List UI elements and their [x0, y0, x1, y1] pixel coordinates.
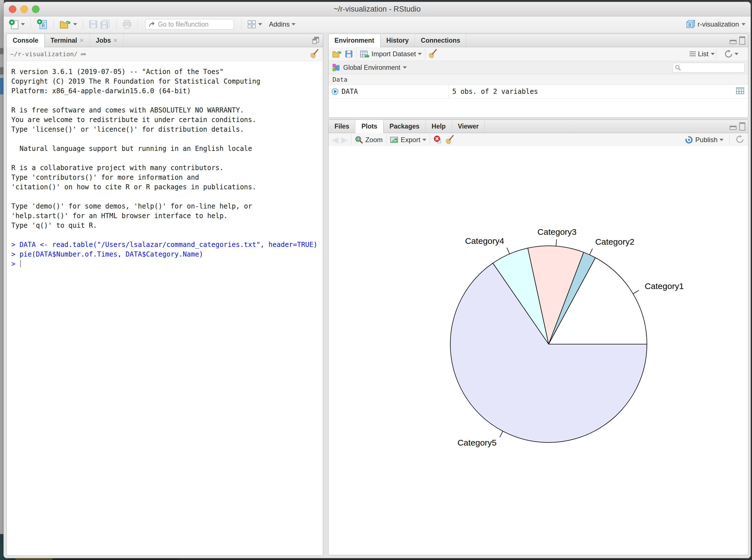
- tab-jobs-close-icon[interactable]: ×: [114, 37, 118, 44]
- environment-pane: Environment History Connections: [328, 34, 748, 118]
- pie-label-tick: [556, 239, 556, 246]
- toolbar-separator: [729, 135, 730, 145]
- scope-caret[interactable]: [403, 66, 407, 69]
- tab-files[interactable]: Files: [328, 120, 355, 133]
- refresh-icon: [724, 50, 733, 58]
- working-directory-label: ~/r-visualization/: [10, 51, 77, 58]
- export-caret[interactable]: [422, 139, 426, 141]
- pane-layout-icon: [247, 20, 256, 28]
- refresh-caret[interactable]: [734, 53, 738, 55]
- tab-history-label: History: [386, 37, 409, 44]
- tab-jobs[interactable]: Jobs ×: [90, 34, 124, 47]
- tab-environment-label: Environment: [334, 37, 374, 44]
- goto-directory-icon[interactable]: ➦: [80, 50, 86, 59]
- console-output[interactable]: R version 3.6.1 (2019-07-05) -- "Action …: [7, 60, 323, 556]
- search-icon: [675, 65, 681, 71]
- next-plot-button[interactable]: ▶: [341, 136, 348, 144]
- open-file-button[interactable]: [59, 19, 77, 29]
- environment-search-input[interactable]: [683, 64, 737, 72]
- pie-label-tick: [590, 248, 592, 255]
- scope-selector[interactable]: Global Environment: [343, 64, 407, 72]
- object-row-DATA[interactable]: DATA 5 obs. of 2 variables: [328, 85, 748, 99]
- import-dataset-button[interactable]: Import Dataset: [360, 50, 422, 58]
- addins-button[interactable]: Addins: [269, 20, 296, 28]
- tab-plots[interactable]: Plots: [355, 120, 383, 133]
- new-file-dropdown-caret[interactable]: [21, 23, 25, 25]
- print-icon: [122, 20, 132, 29]
- refresh-environment-button[interactable]: [724, 50, 738, 58]
- import-dataset-caret[interactable]: [418, 53, 422, 55]
- view-table-icon[interactable]: [736, 87, 744, 96]
- environment-search-box[interactable]: [672, 63, 745, 73]
- plots-toolbar: ◀ ▶ Zoom: [328, 133, 748, 147]
- maximize-pane-icon[interactable]: [311, 36, 320, 45]
- new-project-icon: R: [37, 19, 48, 30]
- clear-console-button[interactable]: [310, 48, 319, 59]
- svg-text:R: R: [688, 23, 692, 27]
- pane-layout-caret[interactable]: [258, 23, 262, 25]
- plot-display-area: Category1Category2Category3Category4Cate…: [328, 146, 748, 555]
- console-prompt-line[interactable]: >: [11, 259, 323, 269]
- object-name: DATA: [342, 87, 358, 96]
- tab-environment[interactable]: Environment: [328, 34, 381, 47]
- refresh-plot-button[interactable]: [736, 135, 744, 145]
- tab-connections[interactable]: Connections: [415, 34, 466, 47]
- tab-terminal[interactable]: Terminal ×: [45, 34, 90, 47]
- addins-caret[interactable]: [291, 23, 296, 25]
- import-dataset-icon: [360, 50, 369, 58]
- pie-label-tick: [633, 291, 639, 294]
- save-workspace-button[interactable]: [345, 50, 353, 58]
- pie-label-tick: [500, 431, 503, 437]
- expand-object-icon[interactable]: [331, 88, 339, 95]
- zoom-plot-button[interactable]: Zoom: [355, 136, 383, 144]
- remove-plot-button[interactable]: [433, 135, 442, 145]
- project-menu-button[interactable]: R r-visualization: [685, 16, 746, 32]
- broom-icon: [446, 135, 454, 144]
- list-view-button[interactable]: List: [690, 50, 715, 58]
- pie-label-Category5: Category5: [458, 438, 496, 447]
- print-button[interactable]: [122, 20, 132, 29]
- goto-file-search[interactable]: [145, 19, 234, 30]
- clear-environment-button[interactable]: [429, 48, 437, 59]
- tab-history[interactable]: History: [381, 34, 415, 47]
- environment-toolbar: Import Dataset: [328, 47, 748, 61]
- minimize-pane-icon[interactable]: [730, 126, 736, 130]
- save-all-button[interactable]: [100, 20, 111, 29]
- export-image-icon: [390, 136, 399, 144]
- refresh-icon: [736, 135, 744, 143]
- window-titlebar[interactable]: ~/r-visualization - RStudio: [4, 2, 751, 16]
- export-plot-button[interactable]: Export: [390, 136, 426, 144]
- pie-label-Category3: Category3: [537, 227, 576, 237]
- open-folder-icon: [332, 50, 342, 58]
- tab-terminal-close-icon[interactable]: ×: [80, 37, 84, 44]
- workspace: Console Terminal × Jobs ×: [4, 32, 751, 558]
- tab-console-label: Console: [13, 37, 38, 44]
- previous-plot-button[interactable]: ◀: [332, 136, 339, 144]
- tab-console[interactable]: Console: [7, 34, 45, 47]
- new-file-button[interactable]: [9, 19, 25, 30]
- clear-all-plots-button[interactable]: [446, 135, 454, 145]
- project-caret[interactable]: [741, 23, 746, 25]
- tab-connections-label: Connections: [421, 37, 460, 44]
- tab-viewer[interactable]: Viewer: [452, 120, 485, 133]
- load-workspace-button[interactable]: [332, 50, 342, 58]
- maximize-pane-icon[interactable]: [739, 122, 745, 131]
- tab-packages[interactable]: Packages: [384, 120, 426, 133]
- publish-caret[interactable]: [719, 139, 724, 141]
- new-project-button[interactable]: R: [37, 19, 48, 30]
- pane-layout-button[interactable]: [247, 20, 262, 28]
- open-folder-icon: [59, 19, 71, 29]
- zoom-magnifier-icon: [355, 136, 363, 144]
- table-grid-icon: [736, 87, 744, 94]
- maximize-pane-icon[interactable]: [739, 37, 745, 45]
- publish-button[interactable]: Publish: [685, 136, 724, 144]
- open-file-dropdown-caret[interactable]: [73, 23, 77, 25]
- toolbar-separator: [356, 49, 357, 59]
- goto-file-input[interactable]: [157, 20, 223, 28]
- save-button[interactable]: [89, 20, 98, 29]
- list-view-caret[interactable]: [711, 53, 715, 55]
- list-view-label: List: [698, 50, 709, 58]
- tab-help[interactable]: Help: [426, 120, 452, 133]
- minimize-pane-icon[interactable]: [730, 40, 736, 44]
- save-icon: [345, 50, 353, 58]
